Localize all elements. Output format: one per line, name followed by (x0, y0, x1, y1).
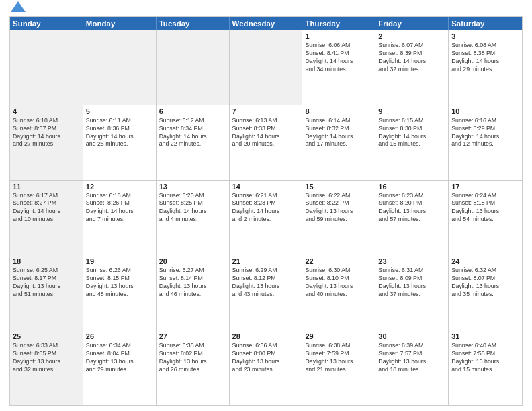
day-number: 31 (451, 332, 519, 340)
cell-info: Sunrise: 6:08 AM Sunset: 8:38 PM Dayligh… (451, 42, 519, 74)
day-number: 8 (305, 107, 372, 116)
day-number: 26 (86, 332, 153, 340)
calendar: SundayMondayTuesdayWednesdayThursdayFrid… (9, 16, 523, 406)
cal-cell-19: 19Sunrise: 6:26 AM Sunset: 8:15 PM Dayli… (83, 255, 157, 330)
cal-cell-13: 13Sunrise: 6:20 AM Sunset: 8:25 PM Dayli… (157, 181, 230, 255)
cal-cell-11: 11Sunrise: 6:17 AM Sunset: 8:27 PM Dayli… (10, 181, 83, 255)
cell-info: Sunrise: 6:14 AM Sunset: 8:32 PM Dayligh… (305, 117, 372, 149)
cell-info: Sunrise: 6:40 AM Sunset: 7:55 PM Dayligh… (451, 342, 519, 374)
cal-cell-14: 14Sunrise: 6:21 AM Sunset: 8:23 PM Dayli… (230, 181, 303, 255)
week-row-5: 25Sunrise: 6:33 AM Sunset: 8:05 PM Dayli… (10, 330, 522, 405)
cal-cell-8: 8Sunrise: 6:14 AM Sunset: 8:32 PM Daylig… (302, 105, 375, 180)
cal-cell-empty-2 (157, 30, 230, 105)
day-number: 30 (378, 332, 445, 340)
cell-info: Sunrise: 6:31 AM Sunset: 8:09 PM Dayligh… (378, 267, 445, 299)
day-number: 21 (232, 257, 300, 265)
header-cell-thursday: Thursday (302, 17, 375, 30)
day-number: 27 (159, 332, 226, 340)
cell-info: Sunrise: 6:34 AM Sunset: 8:04 PM Dayligh… (86, 342, 153, 374)
week-row-4: 18Sunrise: 6:25 AM Sunset: 8:17 PM Dayli… (10, 255, 522, 330)
cal-cell-4: 4Sunrise: 6:10 AM Sunset: 8:37 PM Daylig… (10, 105, 83, 180)
cal-cell-3: 3Sunrise: 6:08 AM Sunset: 8:38 PM Daylig… (449, 30, 522, 105)
header (9, 7, 523, 12)
day-number: 11 (13, 183, 80, 191)
cell-info: Sunrise: 6:25 AM Sunset: 8:17 PM Dayligh… (13, 267, 80, 299)
day-number: 4 (13, 107, 80, 116)
day-number: 20 (159, 257, 226, 265)
day-number: 29 (305, 332, 372, 340)
cal-cell-5: 5Sunrise: 6:11 AM Sunset: 8:36 PM Daylig… (83, 105, 157, 180)
cal-cell-18: 18Sunrise: 6:25 AM Sunset: 8:17 PM Dayli… (10, 255, 83, 330)
header-cell-tuesday: Tuesday (157, 17, 230, 30)
cal-cell-16: 16Sunrise: 6:23 AM Sunset: 8:20 PM Dayli… (375, 181, 449, 255)
cal-cell-22: 22Sunrise: 6:30 AM Sunset: 8:10 PM Dayli… (302, 255, 375, 330)
cell-info: Sunrise: 6:06 AM Sunset: 8:41 PM Dayligh… (305, 42, 372, 74)
cal-cell-24: 24Sunrise: 6:32 AM Sunset: 8:07 PM Dayli… (449, 255, 522, 330)
calendar-header: SundayMondayTuesdayWednesdayThursdayFrid… (10, 17, 522, 30)
cal-cell-23: 23Sunrise: 6:31 AM Sunset: 8:09 PM Dayli… (375, 255, 449, 330)
cal-cell-30: 30Sunrise: 6:39 AM Sunset: 7:57 PM Dayli… (375, 330, 449, 405)
cal-cell-6: 6Sunrise: 6:12 AM Sunset: 8:34 PM Daylig… (157, 105, 230, 180)
header-cell-wednesday: Wednesday (230, 17, 303, 30)
cal-cell-20: 20Sunrise: 6:27 AM Sunset: 8:14 PM Dayli… (157, 255, 230, 330)
svg-marker-0 (11, 1, 26, 12)
cal-cell-28: 28Sunrise: 6:36 AM Sunset: 8:00 PM Dayli… (230, 330, 303, 405)
day-number: 19 (86, 257, 153, 265)
cell-info: Sunrise: 6:24 AM Sunset: 8:18 PM Dayligh… (451, 192, 519, 224)
day-number: 28 (232, 332, 300, 340)
cal-cell-27: 27Sunrise: 6:35 AM Sunset: 8:02 PM Dayli… (157, 330, 230, 405)
cell-info: Sunrise: 6:22 AM Sunset: 8:22 PM Dayligh… (305, 192, 372, 224)
day-number: 12 (86, 183, 153, 191)
cal-cell-9: 9Sunrise: 6:15 AM Sunset: 8:30 PM Daylig… (375, 105, 449, 180)
day-number: 2 (378, 32, 445, 40)
cell-info: Sunrise: 6:29 AM Sunset: 8:12 PM Dayligh… (232, 267, 300, 299)
day-number: 1 (305, 32, 372, 40)
cell-info: Sunrise: 6:20 AM Sunset: 8:25 PM Dayligh… (159, 192, 226, 224)
page: SundayMondayTuesdayWednesdayThursdayFrid… (0, 0, 532, 411)
week-row-2: 4Sunrise: 6:10 AM Sunset: 8:37 PM Daylig… (10, 105, 522, 181)
day-number: 16 (378, 183, 445, 191)
day-number: 25 (13, 332, 80, 340)
cal-cell-empty-3 (230, 30, 303, 105)
week-row-1: 1Sunrise: 6:06 AM Sunset: 8:41 PM Daylig… (10, 30, 522, 105)
day-number: 5 (86, 107, 153, 116)
day-number: 22 (305, 257, 372, 265)
cal-cell-29: 29Sunrise: 6:38 AM Sunset: 7:59 PM Dayli… (302, 330, 375, 405)
cal-cell-26: 26Sunrise: 6:34 AM Sunset: 8:04 PM Dayli… (83, 330, 157, 405)
day-number: 9 (378, 107, 445, 116)
calendar-body: 1Sunrise: 6:06 AM Sunset: 8:41 PM Daylig… (10, 30, 522, 405)
cell-info: Sunrise: 6:36 AM Sunset: 8:00 PM Dayligh… (232, 342, 300, 374)
day-number: 15 (305, 183, 372, 191)
cell-info: Sunrise: 6:11 AM Sunset: 8:36 PM Dayligh… (86, 117, 153, 149)
cal-cell-31: 31Sunrise: 6:40 AM Sunset: 7:55 PM Dayli… (449, 330, 522, 405)
cal-cell-1: 1Sunrise: 6:06 AM Sunset: 8:41 PM Daylig… (302, 30, 375, 105)
header-cell-saturday: Saturday (449, 17, 522, 30)
cell-info: Sunrise: 6:33 AM Sunset: 8:05 PM Dayligh… (13, 342, 80, 374)
day-number: 7 (232, 107, 300, 116)
cal-cell-empty-1 (83, 30, 157, 105)
day-number: 17 (451, 183, 519, 191)
week-row-3: 11Sunrise: 6:17 AM Sunset: 8:27 PM Dayli… (10, 181, 522, 256)
day-number: 18 (13, 257, 80, 265)
logo-icon (11, 1, 26, 12)
cal-cell-12: 12Sunrise: 6:18 AM Sunset: 8:26 PM Dayli… (83, 181, 157, 255)
day-number: 3 (451, 32, 519, 40)
cal-cell-15: 15Sunrise: 6:22 AM Sunset: 8:22 PM Dayli… (302, 181, 375, 255)
cell-info: Sunrise: 6:16 AM Sunset: 8:29 PM Dayligh… (451, 117, 519, 149)
cal-cell-empty-0 (10, 30, 83, 105)
day-number: 23 (378, 257, 445, 265)
cell-info: Sunrise: 6:18 AM Sunset: 8:26 PM Dayligh… (86, 192, 153, 224)
cell-info: Sunrise: 6:32 AM Sunset: 8:07 PM Dayligh… (451, 267, 519, 299)
header-cell-sunday: Sunday (10, 17, 83, 30)
cell-info: Sunrise: 6:39 AM Sunset: 7:57 PM Dayligh… (378, 342, 445, 374)
day-number: 13 (159, 183, 226, 191)
cell-info: Sunrise: 6:26 AM Sunset: 8:15 PM Dayligh… (86, 267, 153, 299)
cell-info: Sunrise: 6:38 AM Sunset: 7:59 PM Dayligh… (305, 342, 372, 374)
cell-info: Sunrise: 6:35 AM Sunset: 8:02 PM Dayligh… (159, 342, 226, 374)
cell-info: Sunrise: 6:23 AM Sunset: 8:20 PM Dayligh… (378, 192, 445, 224)
cal-cell-17: 17Sunrise: 6:24 AM Sunset: 8:18 PM Dayli… (449, 181, 522, 255)
cell-info: Sunrise: 6:10 AM Sunset: 8:37 PM Dayligh… (13, 117, 80, 149)
cal-cell-10: 10Sunrise: 6:16 AM Sunset: 8:29 PM Dayli… (449, 105, 522, 180)
cal-cell-2: 2Sunrise: 6:07 AM Sunset: 8:39 PM Daylig… (375, 30, 449, 105)
cell-info: Sunrise: 6:27 AM Sunset: 8:14 PM Dayligh… (159, 267, 226, 299)
